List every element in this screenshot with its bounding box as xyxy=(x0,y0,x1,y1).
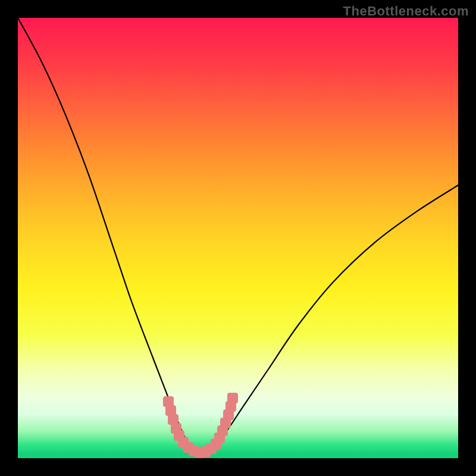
watermark-text: TheBottleneck.com xyxy=(343,4,469,19)
plot-area xyxy=(18,18,458,458)
chart-container: TheBottleneck.com xyxy=(0,0,476,476)
marker-layer xyxy=(18,18,458,458)
curve-marker xyxy=(227,393,238,403)
